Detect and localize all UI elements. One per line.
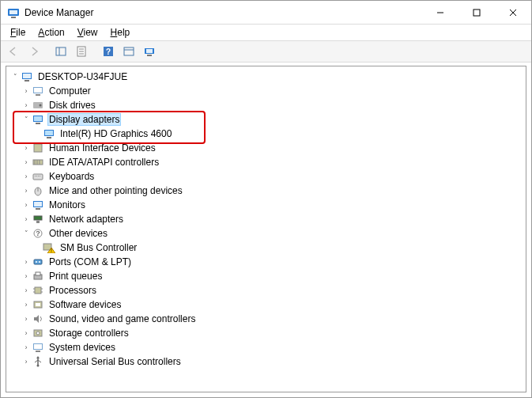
chevron-right-icon[interactable]: ›: [21, 358, 32, 366]
tree-node-print-queues[interactable]: › Print queues: [6, 269, 526, 283]
tree-node-system[interactable]: › System devices: [6, 340, 526, 354]
tree-node-sound[interactable]: › Sound, video and game controllers: [6, 312, 526, 326]
tree-node-monitors[interactable]: › Monitors: [6, 198, 526, 212]
disk-icon: [32, 99, 44, 112]
tree-node-sm-bus[interactable]: ! SM Bus Controller: [6, 241, 526, 255]
svg-marker-68: [34, 315, 39, 323]
chevron-down-icon[interactable]: ˅: [21, 116, 32, 123]
menu-help[interactable]: Help: [106, 25, 135, 40]
printer-icon: [32, 270, 44, 282]
view-devices-button[interactable]: [140, 43, 159, 60]
svg-point-70: [36, 332, 40, 335]
chevron-right-icon[interactable]: ›: [21, 201, 32, 209]
svg-rect-2: [11, 17, 16, 18]
chevron-right-icon[interactable]: ›: [21, 301, 32, 309]
svg-rect-72: [34, 344, 42, 349]
tree-node-display-child[interactable]: Intel(R) HD Graphics 4600: [6, 127, 526, 141]
maximize-button[interactable]: [458, 1, 495, 24]
svg-rect-32: [45, 131, 53, 135]
chevron-right-icon[interactable]: ›: [21, 87, 32, 95]
toolbar: ?: [1, 40, 531, 63]
sound-icon: [32, 313, 44, 325]
tree-label: Intel(R) HD Graphics 4600: [58, 128, 173, 139]
tree-label: Print queues: [47, 271, 104, 282]
tree-node-storage[interactable]: › Storage controllers: [6, 326, 526, 340]
svg-rect-1: [9, 10, 17, 14]
tree-pane[interactable]: ˅ DESKTOP-U34FJUE › Computer › Disk driv…: [6, 66, 526, 392]
svg-rect-34: [34, 144, 42, 152]
tree-node-ports[interactable]: › Ports (COM & LPT): [6, 255, 526, 269]
chevron-right-icon[interactable]: ›: [21, 343, 32, 351]
properties-button[interactable]: [72, 43, 91, 60]
menu-view[interactable]: View: [73, 25, 103, 40]
tree-label: Other devices: [47, 228, 109, 239]
ports-icon: [32, 256, 44, 268]
chevron-right-icon[interactable]: ›: [21, 329, 32, 337]
tree-label: Software devices: [47, 299, 123, 310]
chevron-right-icon[interactable]: ›: [21, 101, 32, 109]
close-button[interactable]: [495, 1, 531, 24]
tree-node-usb[interactable]: › Universal Serial Bus controllers: [6, 354, 526, 369]
tree-node-mice[interactable]: › Mice and other pointing devices: [6, 184, 526, 198]
svg-rect-73: [36, 351, 40, 352]
back-button[interactable]: [4, 43, 23, 60]
forward-button[interactable]: [25, 43, 43, 60]
menu-file[interactable]: File: [6, 25, 30, 40]
tree-node-network[interactable]: › Network adapters: [6, 212, 526, 226]
tree-label: Disk drives: [47, 100, 97, 111]
svg-marker-78: [36, 356, 40, 358]
tree-root[interactable]: ˅ DESKTOP-U34FJUE: [6, 70, 526, 84]
tree-node-display-adapters[interactable]: ˅ Display adapters: [6, 112, 526, 127]
tree-node-computer[interactable]: › Computer: [6, 84, 526, 98]
chevron-right-icon[interactable]: ›: [21, 172, 32, 180]
chevron-right-icon[interactable]: ›: [21, 215, 32, 223]
chevron-right-icon[interactable]: ›: [21, 315, 32, 323]
cpu-icon: [32, 284, 44, 297]
chevron-right-icon[interactable]: ›: [21, 158, 32, 166]
tree-node-keyboards[interactable]: › Keyboards: [6, 169, 526, 184]
chevron-right-icon[interactable]: ›: [21, 258, 32, 266]
scan-hardware-button[interactable]: [119, 43, 138, 60]
tree-node-software[interactable]: › Software devices: [6, 298, 526, 312]
svg-rect-48: [36, 208, 40, 210]
svg-rect-43: [40, 176, 40, 176]
minimize-button[interactable]: [422, 1, 458, 24]
chevron-right-icon[interactable]: ›: [21, 187, 32, 195]
menu-action[interactable]: Action: [33, 25, 69, 40]
svg-rect-7: [56, 47, 66, 55]
tree-label: Monitors: [47, 199, 87, 210]
system-icon: [32, 341, 44, 354]
tree-node-other[interactable]: ˅ ? Other devices: [6, 226, 526, 241]
svg-text:?: ?: [106, 47, 111, 56]
keyboard-icon: [32, 170, 44, 183]
device-tree: ˅ DESKTOP-U34FJUE › Computer › Disk driv…: [6, 66, 526, 372]
chevron-down-icon[interactable]: ˅: [9, 73, 21, 81]
app-icon: [7, 6, 20, 19]
tree-label: Network adapters: [47, 214, 125, 225]
tree-label: Display adapters: [47, 113, 121, 126]
svg-point-27: [40, 104, 42, 107]
svg-rect-49: [34, 216, 42, 220]
help-button[interactable]: ?: [99, 43, 118, 60]
tree-label: Computer: [47, 85, 92, 97]
usb-icon: [32, 355, 44, 368]
chevron-down-icon[interactable]: ˅: [21, 229, 32, 237]
tree-node-processors[interactable]: › Processors: [6, 283, 526, 298]
warning-device-icon: !: [43, 241, 55, 254]
svg-rect-30: [36, 123, 40, 124]
show-hide-tree-button[interactable]: [51, 43, 70, 60]
tree-node-disk-drives[interactable]: › Disk drives: [6, 98, 526, 112]
tree-node-hid[interactable]: › Human Interface Devices: [6, 141, 526, 155]
tree-node-ide[interactable]: › IDE ATA/ATAPI controllers: [6, 155, 526, 169]
tree-label: Keyboards: [47, 171, 96, 182]
svg-rect-61: [35, 287, 41, 294]
other-devices-icon: ?: [32, 227, 44, 240]
mouse-icon: [32, 184, 44, 197]
computer-icon: [21, 70, 33, 83]
svg-rect-67: [36, 303, 40, 306]
chevron-right-icon[interactable]: ›: [21, 144, 32, 152]
chevron-right-icon[interactable]: ›: [21, 286, 32, 294]
tree-label: System devices: [47, 342, 117, 353]
chevron-right-icon[interactable]: ›: [21, 272, 32, 280]
svg-rect-56: [34, 260, 42, 264]
